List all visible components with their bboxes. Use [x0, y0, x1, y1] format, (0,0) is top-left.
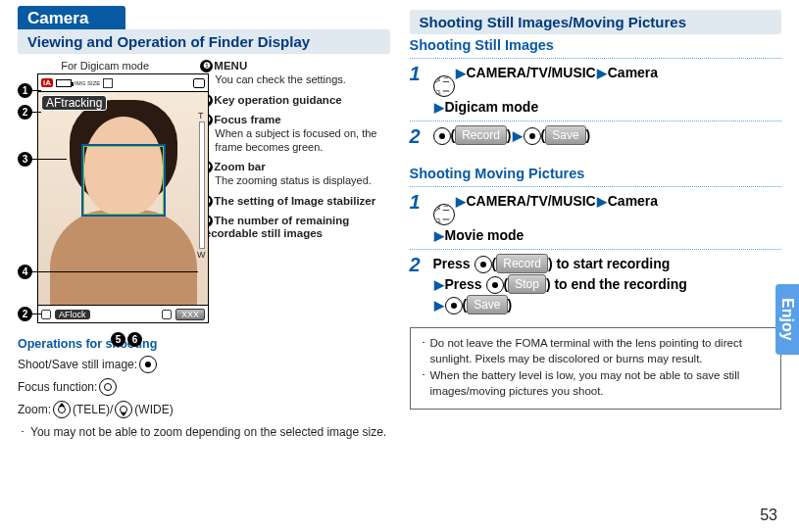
op-focus: Focus function:	[18, 378, 390, 396]
callout-5: 5	[111, 332, 125, 347]
zoom-bar	[199, 121, 205, 249]
warning-box: ･Do not leave the FOMA terminal with the…	[410, 327, 782, 410]
camera-section-header: Camera	[18, 6, 125, 29]
finder-caption: For Digicam mode	[18, 60, 192, 72]
legend-item-6: ❻The number of remaining recordable stil…	[200, 215, 389, 239]
save-button-label: Save	[467, 295, 507, 314]
callout-3: 3	[18, 152, 32, 167]
menu-button-icon: メニュー	[433, 204, 455, 225]
stabilizer-icon	[162, 310, 172, 319]
record-button-label: Record	[496, 254, 548, 273]
callout-1: 1	[18, 83, 32, 98]
still-step-1: 1 メニュー▶CAMERA/TV/MUSIC▶Camera ▶Digicam m…	[410, 63, 782, 118]
aflock-tag: AFlock	[55, 310, 90, 319]
callout-4: 4	[18, 265, 32, 279]
bottom-bar: AFlock XXX	[38, 305, 208, 322]
legend-item-5: ❺The setting of Image stabilizer	[200, 195, 389, 208]
movie-step-1: 1 メニュー▶CAMERA/TV/MUSIC▶Camera ▶Movie mod…	[410, 191, 782, 246]
status-bar: iA IMG SIZE	[38, 74, 208, 92]
save-button-label: Save	[545, 125, 585, 145]
viewing-section-title: Viewing and Operation of Finder Display	[18, 29, 390, 54]
bottom-icon-1	[41, 310, 51, 319]
record-button-label: Record	[455, 125, 507, 145]
fine-indicator	[103, 78, 113, 88]
focus-frame	[83, 146, 164, 215]
center-key-icon	[486, 276, 504, 294]
callout-6: 6	[127, 332, 142, 347]
moving-pictures-title: Shooting Moving Pictures	[410, 166, 782, 181]
legend-item-2: ❷Key operation guidance	[200, 94, 389, 107]
ia-mode-icon: iA	[41, 78, 53, 87]
nav-up-icon	[53, 401, 71, 418]
img-size-indicator: IMG SIZE	[75, 80, 100, 86]
stop-button-label: Stop	[508, 274, 546, 294]
focus-key-icon	[99, 378, 117, 396]
center-key-icon	[524, 127, 541, 145]
center-key-icon	[445, 297, 463, 314]
center-key-icon	[139, 356, 157, 373]
zoom-note: ･You may not be able to zoom depending o…	[18, 425, 390, 439]
op-shoot: Shoot/Save still image:	[18, 356, 390, 373]
operations-title: Operations for shooting	[18, 337, 390, 351]
shooting-section-title: Shooting Still Images/Moving Pictures	[410, 10, 782, 34]
remaining-count: XXX	[175, 309, 205, 320]
page-number: 53	[760, 507, 777, 524]
menu-button-icon: メニュー	[433, 75, 455, 97]
callout-2a: 2	[18, 105, 32, 120]
legend-item-1: ❶MENUYou can check the settings.	[200, 60, 389, 87]
finder-legend: ❶MENUYou can check the settings. ❷Key op…	[200, 60, 389, 323]
finder-preview: AFtracking	[38, 92, 208, 305]
movie-step-2: 2 Press (Record) to start recording ▶Pre…	[410, 254, 782, 315]
side-tab-enjoy: Enjoy	[775, 284, 799, 355]
battery-icon	[56, 79, 72, 87]
center-key-icon	[433, 127, 451, 145]
legend-item-3: ❸Focus frameWhen a subject is focused on…	[200, 114, 389, 155]
nav-down-icon	[115, 401, 132, 418]
aftracking-tag: AFtracking	[42, 96, 106, 110]
op-zoom: Zoom: (TELE)/(WIDE)	[18, 401, 390, 418]
still-step-2: 2 (Record)▶(Save)	[410, 125, 782, 148]
camera-icon	[193, 78, 205, 88]
callout-2b: 2	[18, 307, 32, 321]
still-images-title: Shooting Still Images	[410, 37, 782, 53]
legend-item-4: ❹Zoom barThe zooming status is displayed…	[200, 161, 389, 188]
center-key-icon	[474, 256, 492, 273]
finder-diagram: iA IMG SIZE AFtracking	[18, 73, 192, 323]
